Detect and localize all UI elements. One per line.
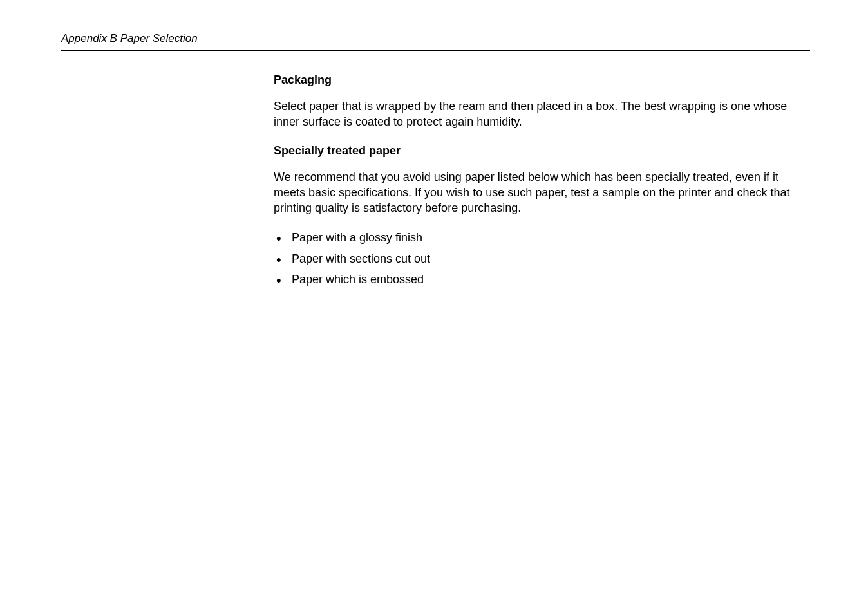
header-rule <box>61 50 810 51</box>
paragraph-specially-treated: We recommend that you avoid using paper … <box>274 169 810 216</box>
list-item: Paper with sections cut out <box>274 251 810 266</box>
page-container: Appendix B Paper Selection Packaging Sel… <box>0 0 868 324</box>
paragraph-packaging: Select paper that is wrapped by the ream… <box>274 98 810 130</box>
list-item: Paper which is embossed <box>274 272 810 287</box>
heading-packaging: Packaging <box>274 73 810 87</box>
heading-specially-treated: Specially treated paper <box>274 144 810 158</box>
content-area: Packaging Select paper that is wrapped b… <box>274 73 810 287</box>
bullet-list: Paper with a glossy finish Paper with se… <box>274 230 810 287</box>
header-label: Appendix B Paper Selection <box>61 32 810 45</box>
list-item: Paper with a glossy finish <box>274 230 810 245</box>
